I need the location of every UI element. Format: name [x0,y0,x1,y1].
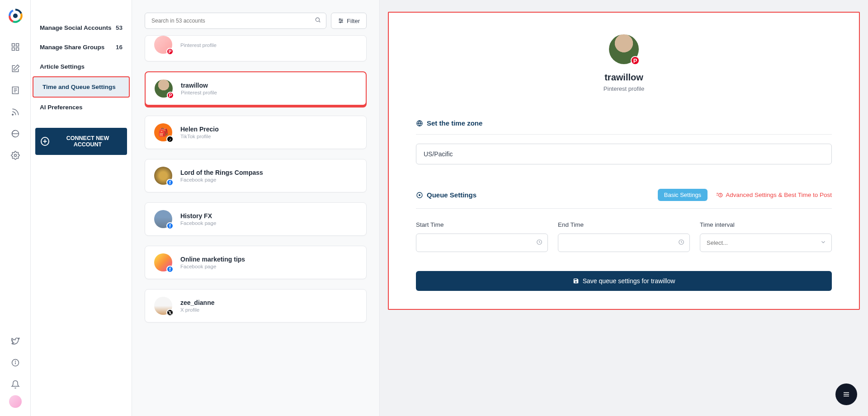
user-avatar[interactable] [9,395,22,408]
details-column: P trawillow Pinterest profile Set the ti… [380,0,868,416]
timezone-section-title: Set the time zone [416,119,832,127]
account-subtitle: Facebook page [180,177,263,182]
save-queue-button[interactable]: Save queue settings for trawillow [416,271,832,291]
account-card[interactable]: f Online marketing tips Facebook page [145,246,367,279]
avatar: f [154,253,172,271]
sidebar-item-manage-accounts[interactable]: Manage Social Accounts 53 [31,18,132,37]
profile-header: P trawillow Pinterest profile [416,34,832,92]
sidebar-item-share-groups[interactable]: Manage Share Groups 16 [31,37,132,57]
svg-point-14 [15,361,15,361]
rss-icon[interactable] [10,107,21,117]
account-name: History FX [180,212,216,220]
clock-icon [536,239,542,247]
account-name: trawillow [181,82,217,89]
sliders-icon [338,18,344,24]
sidebar-item-article-settings[interactable]: Article Settings [31,57,132,76]
account-subtitle: X profile [180,307,214,313]
avatar: 🎒 ♪ [154,123,172,141]
svg-rect-2 [16,44,19,47]
svg-rect-1 [12,44,14,47]
info-icon[interactable] [10,357,21,368]
svg-rect-4 [16,48,19,51]
sidebar-item-ai-preferences[interactable]: AI Preferences [31,98,132,117]
target-icon [416,192,423,199]
chevron-down-icon [820,239,826,247]
avatar: P [154,36,172,54]
avatar: P [155,79,173,98]
svg-rect-3 [12,48,14,51]
pinterest-badge-icon: P [631,56,640,65]
account-meta: History FX Facebook page [180,212,216,226]
account-name: Online marketing tips [180,256,245,263]
interval-label: Time interval [700,221,832,228]
sidebar-item-count: 16 [116,44,123,51]
basic-settings-button[interactable]: Basic Settings [658,189,708,201]
account-meta: Pinterest profile [180,42,217,48]
connect-new-account-button[interactable]: + CONNECT NEW ACCOUNT [35,128,127,155]
account-subtitle: Facebook page [180,220,216,226]
sidebar-item-label: Manage Social Accounts [40,24,112,31]
document-icon[interactable] [10,85,21,96]
twitter-icon[interactable] [10,336,21,346]
filter-label: Filter [347,18,360,24]
svg-point-20 [340,19,340,19]
plus-circle-icon: + [41,137,49,146]
connect-button-label: CONNECT NEW ACCOUNT [54,135,122,148]
svg-point-21 [341,20,342,21]
search-input[interactable] [145,13,326,29]
divider [416,134,832,135]
account-meta: Online marketing tips Facebook page [180,256,245,269]
filter-button[interactable]: Filter [331,13,367,29]
end-time-input[interactable] [558,234,690,252]
avatar: 𝕏 [154,297,172,315]
account-subtitle: Pinterest profile [180,42,217,48]
settings-sidebar: Manage Social Accounts 53 Manage Share G… [31,0,132,416]
facebook-badge-icon: f [166,222,174,229]
clock-icon [678,239,684,247]
svg-point-0 [13,14,17,18]
pinterest-badge-icon: P [167,92,174,99]
advanced-settings-link[interactable]: Advanced Settings & Best Time to Post [716,192,832,199]
svg-point-9 [12,114,13,116]
bell-icon[interactable] [10,379,21,390]
sidebar-item-count: 53 [116,24,123,31]
account-meta: trawillow Pinterest profile [181,82,217,95]
accounts-list-column: Filter P Pinterest profile P trawillow P… [132,0,380,416]
timezone-input[interactable] [416,144,832,164]
x-badge-icon: 𝕏 [166,309,174,316]
account-card[interactable]: f History FX Facebook page [145,202,367,236]
svg-point-25 [419,194,420,196]
svg-line-16 [319,21,321,23]
gear-icon[interactable] [10,150,21,161]
account-card[interactable]: P Pinterest profile [145,35,367,61]
avatar: f [154,210,172,228]
app-logo[interactable] [8,8,23,23]
account-card-selected[interactable]: P trawillow Pinterest profile [145,71,367,106]
start-time-label: Start Time [416,221,548,228]
sidebar-item-time-queue[interactable]: Time and Queue Settings [33,76,130,98]
divider [416,208,832,209]
sidebar-item-label: Time and Queue Settings [42,84,116,90]
clock-settings-icon [716,192,723,199]
account-name: Helen Precio [180,126,219,133]
svg-point-22 [340,22,341,23]
end-time-label: End Time [558,221,690,228]
facebook-badge-icon: f [166,179,174,186]
interval-select[interactable] [700,234,832,252]
account-subtitle: TikTok profile [180,134,219,139]
profile-avatar: P [609,34,639,64]
interval-field: Time interval [700,221,832,252]
discover-icon[interactable] [10,128,21,139]
pinterest-badge-icon: P [166,48,174,55]
save-icon [573,278,579,284]
account-card[interactable]: 𝕏 zee_dianne X profile [145,289,367,323]
account-card[interactable]: f Lord of the Rings Compass Facebook pag… [145,159,367,192]
account-card[interactable]: 🎒 ♪ Helen Precio TikTok profile [145,116,367,149]
sidebar-item-label: Manage Share Groups [40,44,104,51]
fab-menu-button[interactable] [835,383,857,405]
compose-icon[interactable] [10,63,21,74]
dashboard-icon[interactable] [10,42,21,52]
profile-name: trawillow [604,72,643,83]
avatar: f [154,167,172,185]
start-time-input[interactable] [416,234,548,252]
